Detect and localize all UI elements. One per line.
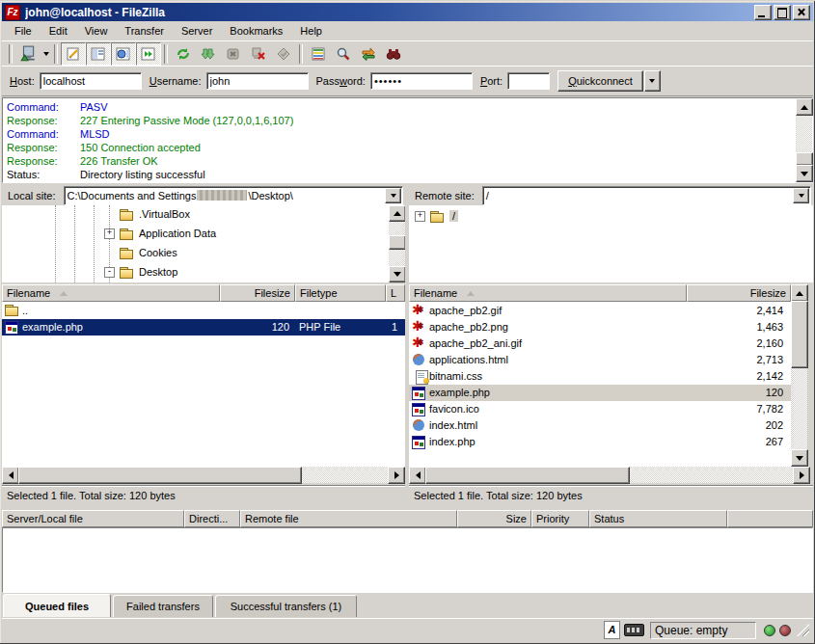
scroll-up-button[interactable] (796, 98, 813, 116)
file-row-selected[interactable]: example.php 120 (409, 385, 791, 401)
tree-item-label[interactable]: Application Data (139, 228, 216, 239)
column-header-remote-file[interactable]: Remote file (240, 510, 457, 527)
local-site-combo[interactable]: C:\Documents and Settings\Desktop\ (64, 186, 403, 205)
file-row[interactable]: apache_pb2.gif 2,414 (409, 303, 791, 319)
remote-site-combo[interactable]: / (482, 186, 811, 205)
expand-icon[interactable]: + (415, 211, 425, 222)
toggle-local-tree-button[interactable] (86, 42, 111, 66)
scroll-down-button[interactable] (389, 266, 405, 282)
file-row[interactable]: bitnami.css 2,142 (409, 368, 791, 385)
scroll-thumb[interactable] (18, 467, 302, 484)
scroll-thumb[interactable] (389, 235, 405, 250)
quickconnect-dropdown[interactable] (644, 70, 661, 92)
column-header-filename[interactable]: Filename (2, 284, 220, 302)
scroll-left-button[interactable] (2, 467, 19, 484)
username-input[interactable] (206, 72, 309, 90)
file-row-selected[interactable]: example.php 120 PHP File 1 (2, 319, 405, 335)
port-input[interactable] (507, 72, 550, 90)
tab-successful-transfers[interactable]: Successful transfers (1) (215, 595, 357, 617)
resize-grip[interactable] (797, 624, 809, 636)
disconnect-button[interactable] (246, 42, 271, 66)
combo-dropdown-arrow[interactable] (793, 188, 809, 203)
title-bar: john@localhost - FileZilla (2, 3, 813, 21)
scroll-left-button[interactable] (409, 467, 426, 484)
menu-bookmarks[interactable]: Bookmarks (221, 23, 291, 39)
ascii-datatype-icon[interactable]: A (604, 621, 620, 639)
menu-file[interactable]: File (6, 23, 41, 39)
column-header-priority[interactable]: Priority (531, 510, 589, 527)
tree-item[interactable]: - Desktop (2, 263, 405, 282)
tab-failed-transfers[interactable]: Failed transfers (113, 595, 213, 617)
file-search-button[interactable] (331, 42, 356, 66)
column-header-status[interactable]: Status (589, 510, 727, 527)
collapse-icon[interactable]: - (104, 267, 115, 278)
close-button[interactable] (793, 5, 810, 20)
expand-icon[interactable]: + (104, 228, 115, 239)
column-header-filetype[interactable]: Filetype (295, 284, 386, 302)
speed-limit-icon[interactable] (624, 624, 644, 636)
toggle-transfer-queue-button[interactable] (136, 42, 161, 66)
file-row[interactable]: .. (2, 303, 405, 319)
column-header-filename[interactable]: Filename (409, 284, 687, 302)
site-manager-dropdown[interactable] (41, 44, 51, 64)
column-header-filesize[interactable]: Filesize (220, 284, 295, 302)
column-header-direction[interactable]: Directi... (184, 510, 240, 527)
cancel-button[interactable] (221, 42, 246, 66)
minimize-button[interactable] (754, 5, 772, 20)
remote-hscrollbar[interactable] (409, 467, 810, 483)
reconnect-button[interactable] (271, 42, 296, 66)
menu-view[interactable]: View (76, 23, 117, 39)
menu-server[interactable]: Server (173, 23, 221, 39)
synchronized-browsing-button[interactable] (356, 42, 381, 66)
tree-item-label[interactable]: / (449, 210, 458, 222)
toggle-message-log-button[interactable] (61, 42, 86, 66)
menu-transfer[interactable]: Transfer (116, 23, 173, 39)
menu-edit[interactable]: Edit (41, 23, 76, 39)
file-row[interactable]: favicon.ico 7,782 (409, 401, 791, 417)
file-row[interactable]: apache_pb2.png 1,463 (409, 319, 791, 335)
tree-item-label[interactable]: .VirtualBox (139, 208, 190, 220)
scroll-up-button[interactable] (791, 284, 808, 302)
quickconnect-button[interactable]: Quickconnect (557, 70, 643, 92)
tree-item-label[interactable]: Desktop (139, 266, 177, 278)
refresh-button[interactable] (171, 42, 196, 66)
column-header-size[interactable]: Size (457, 510, 531, 527)
column-header-server-local-file[interactable]: Server/Local file (2, 510, 184, 527)
site-manager-button[interactable] (15, 42, 41, 66)
password-input[interactable] (370, 72, 473, 90)
scroll-down-button[interactable] (796, 165, 813, 182)
tree-item[interactable]: .VirtualBox (2, 205, 405, 225)
tree-item[interactable]: + / (409, 207, 813, 227)
site-manager-icon (19, 45, 37, 63)
window-title: john@localhost - FileZilla (25, 6, 752, 19)
scroll-down-button[interactable] (791, 449, 808, 467)
file-row[interactable]: apache_pb2_ani.gif 2,160 (409, 335, 791, 352)
tab-queued-files[interactable]: Queued files (3, 594, 111, 617)
scroll-right-button[interactable] (388, 467, 405, 484)
file-row[interactable]: applications.html 2,713 (409, 352, 791, 368)
local-tree-scrollbar[interactable] (389, 205, 405, 282)
maximize-button[interactable] (774, 5, 791, 20)
combo-dropdown-arrow[interactable] (385, 188, 401, 203)
menu-help[interactable]: Help (291, 23, 331, 39)
scroll-right-button[interactable] (793, 467, 810, 484)
column-header-modified[interactable]: L (386, 284, 405, 302)
host-input[interactable] (40, 72, 142, 90)
tree-item[interactable]: Cookies (2, 244, 405, 263)
scroll-thumb[interactable] (791, 301, 808, 368)
file-row[interactable]: index.php 267 (409, 434, 791, 450)
scroll-up-button[interactable] (389, 205, 405, 222)
scroll-thumb[interactable] (425, 467, 630, 484)
file-row[interactable]: index.html 202 (409, 417, 791, 434)
find-files-button[interactable] (381, 42, 406, 66)
tree-item[interactable]: + Application Data (2, 225, 405, 244)
remote-vscrollbar[interactable] (791, 284, 807, 467)
local-hscrollbar[interactable] (2, 467, 405, 483)
directory-comparison-button[interactable] (306, 42, 331, 66)
log-scrollbar[interactable] (796, 98, 812, 182)
toggle-remote-tree-button[interactable] (111, 42, 136, 66)
column-header-filesize[interactable]: Filesize (687, 284, 791, 302)
tree-item-label[interactable]: Cookies (139, 247, 177, 258)
process-queue-button[interactable] (196, 42, 221, 66)
scroll-thumb[interactable] (796, 152, 813, 166)
